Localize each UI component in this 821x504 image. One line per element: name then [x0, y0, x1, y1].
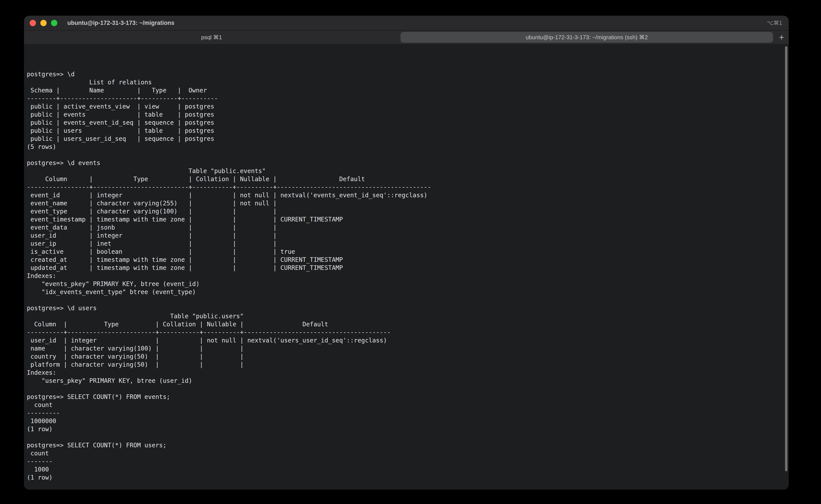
zoom-button[interactable]: [51, 20, 57, 26]
window-title: ubuntu@ip-172-31-3-173: ~/migrations: [67, 20, 174, 26]
terminal-window: ubuntu@ip-172-31-3-173: ~/migrations ⌥⌘1…: [24, 16, 789, 490]
tab-psql-label: psql ⌘1: [25, 32, 398, 43]
titlebar[interactable]: ubuntu@ip-172-31-3-173: ~/migrations ⌥⌘1: [24, 16, 789, 30]
plus-icon: +: [779, 33, 784, 42]
tab-ssh-migrations-label: ubuntu@ip-172-31-3-173: ~/migrations (ss…: [400, 32, 773, 43]
new-tab-button[interactable]: +: [774, 31, 789, 44]
tab-bar: psql ⌘1 ubuntu@ip-172-31-3-173: ~/migrat…: [24, 30, 789, 44]
close-button[interactable]: [30, 20, 36, 26]
terminal[interactable]: postgres=> \d List of relations Schema |…: [24, 44, 789, 490]
window-shortcut-hint: ⌥⌘1: [767, 20, 782, 26]
minimize-button[interactable]: [40, 20, 47, 26]
tab-ssh-migrations[interactable]: ubuntu@ip-172-31-3-173: ~/migrations (ss…: [399, 31, 774, 44]
tab-psql[interactable]: psql ⌘1: [24, 31, 399, 44]
terminal-output: postgres=> \d List of relations Schema |…: [27, 70, 784, 482]
scrollbar[interactable]: [785, 46, 787, 490]
traffic-lights: [24, 20, 57, 26]
scrollbar-thumb[interactable]: [785, 46, 787, 471]
